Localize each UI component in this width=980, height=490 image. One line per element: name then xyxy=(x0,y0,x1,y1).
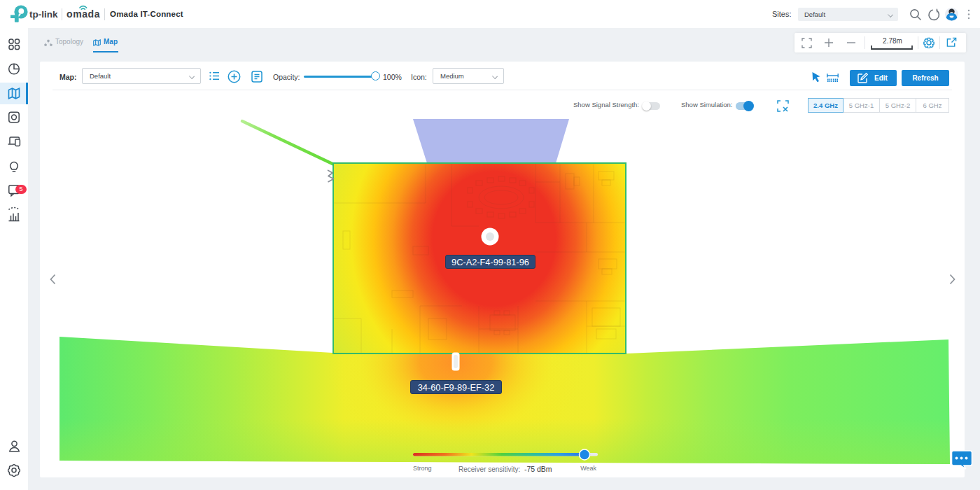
svg-text:omada: omada xyxy=(66,8,100,20)
svg-text:tp-link: tp-link xyxy=(29,9,58,20)
